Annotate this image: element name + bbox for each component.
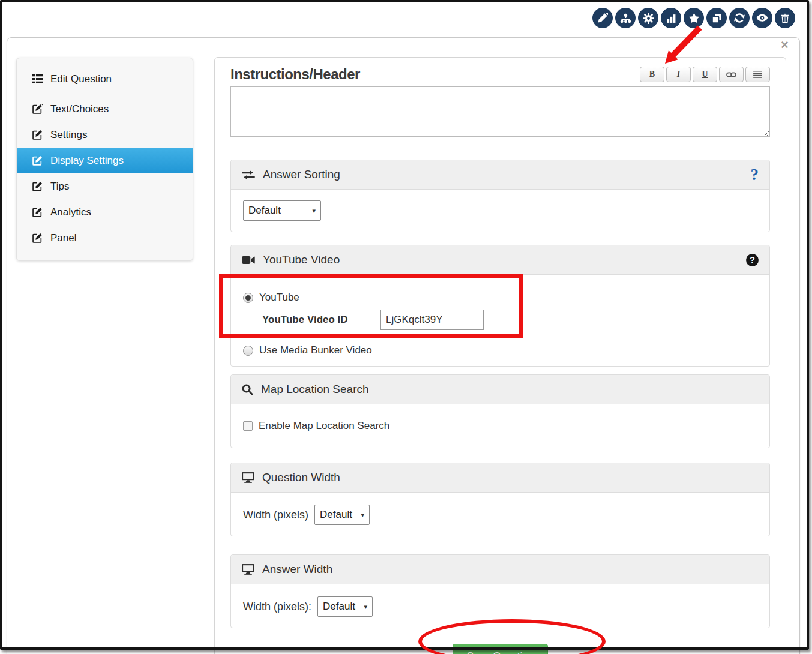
favorite-star-icon[interactable] (684, 8, 704, 28)
media-bunker-radio-label: Use Media Bunker Video (259, 344, 372, 356)
media-bunker-radio-row: Use Media Bunker Video (243, 344, 757, 356)
sidebar-item-label: Display Settings (50, 155, 124, 167)
monitor-icon (242, 564, 254, 575)
question-width-label: Width (pixels) (243, 509, 308, 521)
close-icon[interactable]: × (781, 38, 789, 52)
delete-trash-icon[interactable] (775, 8, 795, 28)
settings-gear-icon[interactable] (638, 8, 658, 28)
exchange-arrows-icon (242, 170, 255, 179)
section-title: Answer Sorting (263, 168, 340, 181)
question-editor-window: × Edit Question Text/Choices Settings Di… (0, 0, 812, 654)
video-id-row: YouTube Video ID (262, 310, 757, 330)
youtube-radio[interactable] (243, 293, 253, 303)
sidebar-item-display-settings[interactable]: Display Settings (17, 148, 193, 173)
align-button[interactable] (745, 67, 770, 82)
sidebar-item-label: Settings (50, 129, 87, 141)
bold-button[interactable]: B (640, 67, 664, 82)
refresh-icon[interactable] (729, 8, 750, 28)
link-button[interactable] (719, 67, 744, 82)
sidebar-item-edit-question[interactable]: Edit Question (17, 66, 193, 92)
copy-icon[interactable] (706, 8, 727, 28)
question-width-select[interactable]: Default (314, 505, 370, 525)
video-camera-icon (242, 256, 255, 265)
sidebar-item-text-choices[interactable]: Text/Choices (17, 96, 193, 122)
answer-width-select[interactable]: Default (317, 596, 373, 617)
preview-eye-icon[interactable] (752, 8, 772, 28)
youtube-radio-label: YouTube (259, 292, 299, 304)
link-icon (726, 71, 736, 78)
sidebar-item-analytics[interactable]: Analytics (17, 199, 193, 225)
monitor-icon (242, 472, 254, 483)
enable-map-checkbox[interactable] (243, 421, 253, 431)
media-bunker-radio[interactable] (243, 346, 253, 356)
help-question-icon[interactable]: ? (746, 254, 759, 266)
edit-pencil-icon[interactable] (592, 8, 613, 28)
answer-sorting-section: Answer Sorting ? Default (230, 160, 770, 232)
sidebar-item-tips[interactable]: Tips (17, 173, 193, 199)
sidebar-item-panel[interactable]: Panel (17, 225, 193, 251)
analytics-bar-chart-icon[interactable] (661, 8, 681, 28)
page-title: Instructions/Header (230, 66, 360, 83)
video-id-label: YouTube Video ID (262, 314, 380, 326)
enable-map-row: Enable Map Location Search (243, 420, 757, 432)
sidebar-item-label: Tips (50, 181, 70, 193)
sidebar-item-settings[interactable]: Settings (17, 122, 193, 148)
sidebar-item-label: Analytics (50, 206, 91, 218)
answer-width-label: Width (pixels): (243, 601, 311, 613)
edit-icon (32, 207, 43, 217)
italic-button[interactable]: I (666, 67, 691, 82)
answer-width-section: Answer Width Width (pixels): Default (230, 554, 770, 628)
edit-icon (32, 181, 43, 191)
instructions-textarea[interactable] (230, 86, 770, 137)
edit-icon (32, 104, 43, 114)
question-toolbar (592, 8, 795, 28)
enable-map-label: Enable Map Location Search (259, 420, 389, 432)
edit-icon (32, 130, 43, 140)
answer-sorting-select[interactable]: Default (243, 200, 321, 221)
underline-button[interactable]: U (693, 67, 717, 82)
youtube-video-section: YouTube Video ? YouTube YouTube Video ID… (230, 245, 770, 367)
section-title: Answer Width (262, 563, 332, 576)
map-location-section: Map Location Search Enable Map Location … (230, 374, 770, 448)
section-title: YouTube Video (263, 253, 340, 266)
help-question-icon[interactable]: ? (751, 166, 759, 184)
save-question-button[interactable]: Save Question (453, 644, 549, 654)
sidebar-item-label: Edit Question (50, 73, 112, 85)
logic-sitemap-icon[interactable] (615, 8, 636, 28)
footer-divider (230, 638, 770, 638)
edit-icon (32, 155, 43, 166)
sidebar-item-label: Panel (50, 232, 76, 244)
youtube-radio-row: YouTube (243, 292, 757, 304)
section-title: Map Location Search (261, 383, 369, 396)
editor-sidebar: Edit Question Text/Choices Settings Disp… (16, 58, 193, 261)
video-id-input[interactable] (380, 310, 484, 330)
display-settings-form: Instructions/Header B I U Answer Sorting (214, 57, 786, 654)
edit-icon (32, 233, 43, 243)
format-toolbar: B I U (640, 67, 770, 82)
question-width-section: Question Width Width (pixels) Default (230, 463, 770, 536)
list-icon (32, 74, 43, 83)
section-title: Question Width (262, 471, 340, 484)
sidebar-item-label: Text/Choices (50, 103, 109, 115)
justify-icon (753, 71, 762, 78)
search-icon (242, 384, 253, 395)
